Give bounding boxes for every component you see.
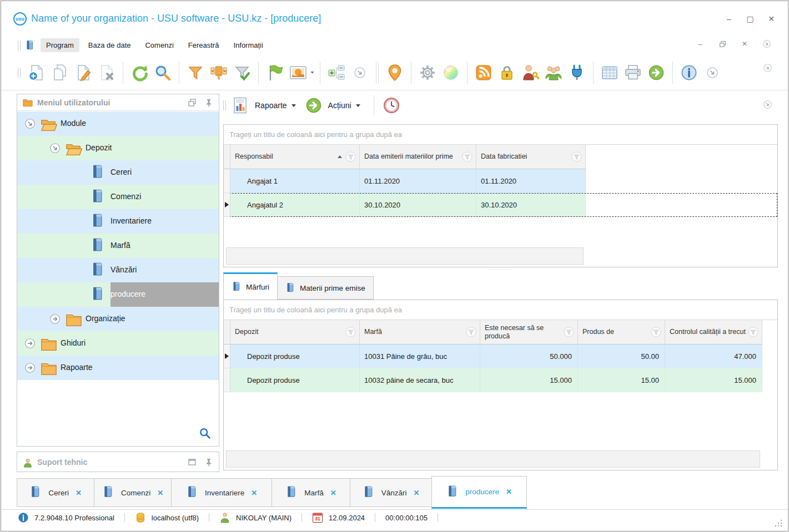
document-tab-cereri[interactable]: Cereri✕ bbox=[17, 478, 94, 507]
filter-icon[interactable] bbox=[466, 327, 476, 337]
print-icon[interactable] bbox=[623, 63, 643, 83]
support-panel[interactable]: Suport tehnic bbox=[17, 452, 219, 472]
close-tab-icon[interactable]: ✕ bbox=[76, 489, 82, 497]
column-header-1[interactable]: Depozit bbox=[230, 320, 360, 344]
sidebar-item-cereri[interactable]: Cereri bbox=[17, 160, 219, 185]
overflow-icon[interactable] bbox=[350, 63, 370, 83]
collapse-node-icon[interactable] bbox=[24, 118, 36, 130]
document-tab-inventariere[interactable]: Inventariere✕ bbox=[171, 478, 272, 507]
expand-node-icon[interactable] bbox=[49, 313, 61, 325]
sidebar-item-module[interactable]: Module bbox=[17, 112, 219, 136]
close-tab-icon[interactable]: ✕ bbox=[506, 488, 512, 496]
collapse-node-icon[interactable] bbox=[49, 142, 61, 154]
column-header-2[interactable]: Marfă bbox=[360, 320, 480, 344]
column-header-3[interactable]: Este necesar să se producă bbox=[480, 320, 578, 344]
document-tab-producere[interactable]: producere✕ bbox=[431, 476, 527, 509]
table-row[interactable]: Angajatul 230.10.202030.10.2020 bbox=[224, 193, 777, 217]
aciuni-button[interactable]: Acțiuni bbox=[304, 95, 360, 115]
maximize-icon[interactable] bbox=[188, 458, 197, 467]
filter-icon[interactable] bbox=[345, 151, 356, 162]
column-header-2[interactable]: Data emiterii materiilor prime bbox=[360, 145, 476, 169]
table-row[interactable]: Depozit produse10032 pâine de secara, bu… bbox=[224, 368, 777, 392]
sidebar-item-inventariere[interactable]: Inventariere bbox=[17, 209, 219, 234]
go-next-icon[interactable] bbox=[646, 63, 666, 83]
tab-materii-prime-emise[interactable]: Materii prime emise bbox=[278, 276, 374, 300]
color-sphere-icon[interactable] bbox=[441, 63, 461, 83]
copy-document-icon[interactable] bbox=[50, 63, 70, 83]
table-row[interactable]: Angajat 101.11.202001.11.2020 bbox=[224, 169, 777, 193]
mdi-overflow-icon[interactable] bbox=[762, 39, 771, 48]
filter-icon[interactable] bbox=[571, 151, 582, 162]
mdi-restore-icon[interactable] bbox=[718, 39, 727, 48]
sidebar-item-comenzi[interactable]: Comenzi bbox=[17, 185, 219, 209]
refresh-icon[interactable] bbox=[129, 63, 149, 83]
group-by-bar[interactable]: Trageți un titlu de coloană aici pentru … bbox=[224, 125, 777, 145]
sidebar-item-depozit[interactable]: Depozit bbox=[17, 136, 219, 160]
column-header-4[interactable]: Produs de bbox=[578, 320, 665, 344]
filter-icon[interactable] bbox=[345, 327, 356, 337]
sidebar-item-marfă[interactable]: Marfă bbox=[17, 234, 219, 258]
menu-item-fereastră[interactable]: Fereastră bbox=[183, 38, 225, 52]
resize-grip-icon[interactable] bbox=[775, 519, 782, 527]
clock-icon[interactable] bbox=[381, 95, 401, 115]
filter-icon[interactable] bbox=[651, 327, 661, 337]
filter-icon[interactable] bbox=[748, 327, 758, 337]
close-tab-icon[interactable]: ✕ bbox=[251, 489, 257, 497]
float-icon[interactable] bbox=[188, 98, 197, 107]
menubar-drag-handle[interactable] bbox=[18, 40, 21, 50]
mdi-minimize-icon[interactable]: – bbox=[696, 39, 705, 48]
column-header-3[interactable]: Data fabricatiei bbox=[476, 145, 586, 169]
user-group-icon[interactable] bbox=[544, 63, 564, 83]
maximize-icon[interactable]: ▢ bbox=[746, 14, 755, 23]
dropdown-caret-icon[interactable] bbox=[310, 64, 315, 82]
menu-item-comenzi[interactable]: Comenzi bbox=[139, 38, 179, 52]
menu-item-informații[interactable]: Informații bbox=[228, 38, 268, 52]
menu-item-baza-de-date[interactable]: Baza de date bbox=[83, 38, 137, 52]
close-icon[interactable]: ✕ bbox=[767, 14, 776, 23]
sidebar-item-organizație[interactable]: Organizație bbox=[17, 307, 219, 331]
flag-icon[interactable] bbox=[265, 63, 285, 83]
filter-settings-icon[interactable] bbox=[209, 63, 229, 83]
rapoarte-button[interactable]: Rapoarte bbox=[230, 95, 296, 115]
expand-node-icon[interactable] bbox=[24, 362, 36, 374]
filter-icon[interactable] bbox=[564, 327, 574, 337]
document-tab-comenzi[interactable]: Comenzi✕ bbox=[94, 478, 172, 507]
search-icon[interactable] bbox=[153, 63, 173, 83]
group-by-bar[interactable]: Trageți un titlu de coloană aici pentru … bbox=[224, 300, 777, 320]
sidebar-item-vânzări[interactable]: Vânzări bbox=[17, 258, 219, 282]
column-header-1[interactable]: Responsabil bbox=[230, 145, 360, 169]
menu-item-program[interactable]: Program bbox=[41, 38, 79, 52]
settings-gear-icon[interactable] bbox=[418, 63, 438, 83]
document-tab-vânzări[interactable]: Vânzări✕ bbox=[350, 478, 432, 507]
lock-icon[interactable] bbox=[497, 63, 517, 83]
table-grid-icon[interactable] bbox=[600, 63, 620, 83]
tab-mărfuri[interactable]: Mărfuri bbox=[223, 272, 278, 300]
edit-document-icon[interactable] bbox=[73, 63, 93, 83]
toolbar-drag-handle[interactable] bbox=[18, 68, 21, 78]
rss-feed-icon[interactable] bbox=[474, 63, 494, 83]
close-tab-icon[interactable]: ✕ bbox=[157, 489, 163, 497]
map-pin-icon[interactable] bbox=[385, 63, 405, 83]
column-header-5[interactable]: Controlul calității a trecut bbox=[665, 320, 762, 344]
tree-settings-icon[interactable] bbox=[326, 63, 346, 83]
close-tab-icon[interactable]: ✕ bbox=[330, 489, 336, 497]
report-toolbar-drag-handle[interactable] bbox=[223, 100, 226, 110]
filter-icon[interactable] bbox=[462, 151, 473, 162]
new-document-icon[interactable] bbox=[27, 63, 47, 83]
toolbar-overflow-icon[interactable] bbox=[763, 63, 772, 75]
pin-icon[interactable] bbox=[204, 98, 213, 107]
delete-document-icon[interactable] bbox=[97, 63, 117, 83]
close-tab-icon[interactable]: ✕ bbox=[413, 489, 419, 497]
filter-icon[interactable] bbox=[185, 63, 205, 83]
report-toolbar-overflow-icon[interactable] bbox=[763, 100, 772, 112]
info-icon[interactable] bbox=[679, 63, 699, 83]
document-tab-marfă[interactable]: Marfă✕ bbox=[272, 478, 350, 507]
user-key-icon[interactable] bbox=[520, 63, 540, 83]
overflow-icon[interactable] bbox=[702, 63, 722, 83]
minimize-icon[interactable]: – bbox=[725, 14, 733, 23]
plugin-icon[interactable] bbox=[567, 63, 587, 83]
sidebar-item-producere[interactable]: producere bbox=[17, 282, 219, 307]
search-icon[interactable] bbox=[199, 427, 211, 439]
grid-splitter[interactable]: ········· bbox=[223, 266, 778, 272]
expand-node-icon[interactable] bbox=[24, 337, 36, 349]
